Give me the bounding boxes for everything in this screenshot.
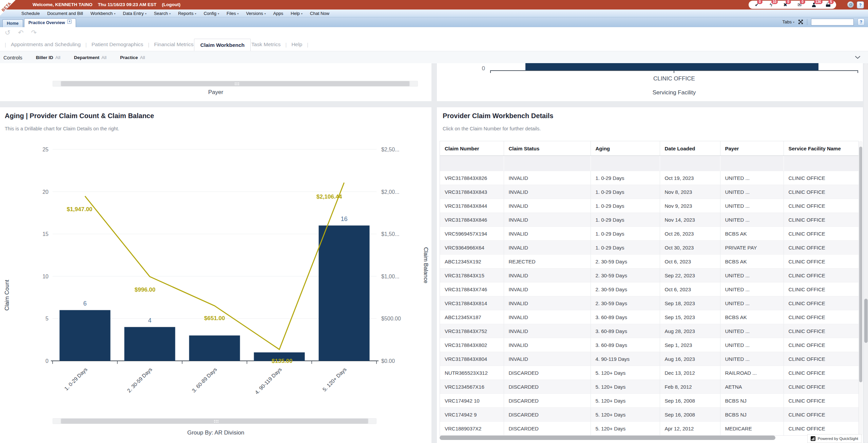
subtab-task-metrics[interactable]: Task Metrics [251,41,281,48]
filter-cell[interactable] [504,156,591,171]
envelope-icon[interactable]: ✉0 [797,2,802,7]
subtab-appointments-and-scheduling[interactable]: Appointments and Scheduling [11,41,81,48]
aging-chart-hscrollbar[interactable] [53,418,377,424]
menu-item-help[interactable]: Help▾ [287,11,306,16]
menu-item-schedule[interactable]: Schedule [18,11,43,16]
claim-number-cell[interactable]: VRC174942 9 [440,408,504,422]
menu-item-label: Data Entry [123,11,143,16]
menu-item-data-entry[interactable]: Data Entry▾ [119,11,150,16]
menu-item-files[interactable]: Files▾ [223,11,242,16]
claim-number-cell[interactable]: VRC3178843X826 [440,171,504,185]
scroll-thumb[interactable] [859,147,862,382]
filter-practice[interactable]: PracticeAll [120,55,145,60]
expand-tabs-icon[interactable] [798,19,803,24]
claim-balance-line[interactable] [85,183,344,349]
facility-bar[interactable] [525,63,818,70]
menu-item-config[interactable]: Config▾ [200,11,223,16]
close-icon[interactable]: x [67,19,72,24]
filter-cell[interactable] [440,156,504,171]
claim-number-cell[interactable]: VRC9364966X64 [440,241,504,255]
fax-icon[interactable]: 5 [825,2,831,7]
table-cell: CLINIC OFFICE [784,213,859,227]
claim-number-cell[interactable]: VRC3178843X844 [440,199,504,213]
tab-home[interactable]: Home [2,19,23,27]
claim-number-cell[interactable]: VRC1889037X2 [440,422,504,436]
claim-number-cell[interactable]: VRC1234567X16 [440,380,504,394]
claim-number-cell[interactable]: VRC3178843X15 [440,269,504,282]
subtab-financial-metrics[interactable]: Financial Metrics [154,41,193,48]
claim-number-cell[interactable]: VRC3178843X804 [440,352,504,366]
menu-item-chat-now[interactable]: Chat Now [306,11,333,16]
bar-1-0-29-days[interactable] [60,310,111,361]
quick-search-input[interactable] [811,19,854,25]
refresh-icon[interactable]: ↺ [5,29,11,36]
undo-icon[interactable]: ↶ [18,29,24,36]
menu-item-search[interactable]: Search▾ [150,11,174,16]
filter-cell[interactable] [591,156,660,171]
details-vscrollbar[interactable] [859,141,863,436]
subtab-help[interactable]: Help [291,41,302,48]
bar-5-120-days[interactable] [319,225,370,361]
details-hscrollbar[interactable] [440,436,775,440]
tabs-dropdown[interactable]: Tabs▾ [783,19,794,24]
check-icon[interactable]: ✔0 [754,2,759,7]
filter-biller-id[interactable]: Biller IDAll [36,55,60,60]
scroll-left-cap[interactable] [53,419,60,424]
claim-number-cell[interactable]: VRC174942 10 [440,394,504,408]
subtab-claim-workbench[interactable]: Claim Workbench [194,39,251,52]
claim-number-cell[interactable]: VRC3178843X846 [440,213,504,227]
filter-cell[interactable] [720,156,784,171]
claim-number-cell[interactable]: VRC3178843X746 [440,282,504,296]
table-cell: UNITED ... [720,324,784,338]
table-cell: 1. 0-29 Days [591,227,660,241]
tabbar-help-button[interactable]: ? [857,18,865,25]
table-cell: DISCARDED [504,366,591,380]
filter-department[interactable]: DepartmentAll [74,55,107,60]
claim-number-cell[interactable]: NUTR365523X312 [440,366,504,380]
menu-item-document-and-bill[interactable]: Document and Bill [43,11,87,16]
menu-item-workbench[interactable]: Workbench▾ [87,11,119,16]
bar-3-60-89-days[interactable] [189,335,240,361]
lightning-icon[interactable]: ϟ10 [768,2,774,7]
claim-number-cell[interactable]: VRC5969457X194 [440,227,504,241]
chevron-down-icon[interactable] [855,56,861,59]
table-cell: RAILROAD ... [720,366,784,380]
claim-number-cell[interactable]: VRC3178843X843 [440,185,504,199]
menu-item-label: Config [204,11,216,16]
cut-x-icon[interactable]: ✖0 [783,2,788,7]
claim-number-cell[interactable]: VRC3178843X802 [440,338,504,352]
dashboard-subtabs: |Appointments and Scheduling|Patient Dem… [0,38,868,51]
gear-icon[interactable]: ⚙ [847,1,854,8]
line-value-label: $2,106.44 [316,193,342,200]
table-cell: Nov 14, 2023 [660,213,720,227]
bar-2-30-59-days[interactable] [124,327,175,361]
header-help-button[interactable]: ? [857,1,864,8]
claim-number-cell[interactable]: ABC12345X192 [440,255,504,269]
scroll-thumb[interactable] [61,419,368,424]
scroll-right-cap[interactable] [410,81,418,86]
payer-chart-hscrollbar[interactable] [53,81,418,87]
claim-number-cell[interactable]: VRC3178843X814 [440,296,504,310]
tab-practice-overview[interactable]: Practice Overviewx [24,18,76,27]
claim-number-cell[interactable]: ABC12345X187 [440,310,504,324]
scroll-right-cap[interactable] [369,419,376,424]
menu-item-reports[interactable]: Reports▾ [174,11,200,16]
menu-item-versions[interactable]: Versions▾ [243,11,270,16]
redo-icon[interactable]: ↷ [31,29,37,36]
table-cell: INVALID [504,171,591,185]
filter-cell[interactable] [660,156,720,171]
subtab-patient-demographics[interactable]: Patient Demographics [92,41,143,48]
table-cell: BCBS AK [720,255,784,269]
claim-number-cell[interactable]: VRC3178843X752 [440,324,504,338]
scroll-thumb[interactable] [864,299,868,343]
menu-item-apps[interactable]: Apps [269,11,287,16]
scroll-left-cap[interactable] [53,81,60,86]
person-icon[interactable]: 136 [811,2,816,7]
column-header-claim-number: Claim Number [440,141,504,156]
table-cell: CLINIC OFFICE [784,282,859,296]
page-vscrollbar[interactable] [864,63,868,443]
scroll-thumb[interactable] [61,81,409,86]
chevron-down-icon: ▾ [195,12,196,15]
logout-link[interactable]: (Logout) [162,0,180,10]
filter-cell[interactable] [784,156,859,171]
